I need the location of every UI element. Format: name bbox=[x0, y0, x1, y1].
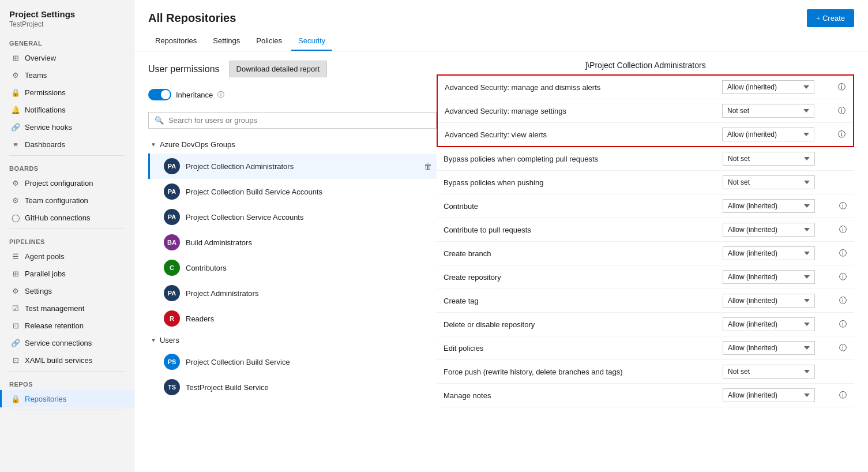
sidebar-item-dashboards[interactable]: ≡Dashboards bbox=[0, 136, 134, 153]
dashboards-icon: ≡ bbox=[11, 140, 20, 149]
permission-select[interactable]: Not setAllowAllow (inherited)DenyDeny (i… bbox=[723, 175, 815, 189]
permission-name: Edit policies bbox=[437, 336, 716, 360]
sidebar-item-label-parallel-jobs: Parallel jobs bbox=[25, 269, 66, 278]
permission-name: Advanced Security: view alerts bbox=[437, 123, 715, 147]
permission-select[interactable]: Not setAllowAllow (inherited)DenyDeny (i… bbox=[723, 317, 815, 331]
download-report-button[interactable]: Download detailed report bbox=[229, 61, 328, 77]
sidebar-item-release-retention[interactable]: ⊡Release retention bbox=[0, 317, 134, 334]
permission-select[interactable]: Not setAllowAllow (inherited)DenyDeny (i… bbox=[723, 270, 815, 284]
sidebar-item-notifications[interactable]: 🔔Notifications bbox=[0, 101, 134, 118]
service-connections-icon: 🔗 bbox=[11, 338, 20, 347]
sidebar-item-agent-pools[interactable]: ☰Agent pools bbox=[0, 248, 134, 265]
permission-select[interactable]: Not setAllowAllow (inherited)DenyDeny (i… bbox=[722, 128, 814, 141]
sidebar-item-project-configuration[interactable]: ⚙Project configuration bbox=[0, 174, 134, 192]
permission-info[interactable]: ⓘ bbox=[831, 194, 854, 218]
sidebar-item-service-hooks[interactable]: 🔗Service hooks bbox=[0, 118, 134, 136]
permission-info[interactable]: ⓘ bbox=[831, 336, 854, 360]
user-item-tbs[interactable]: TSTestProject Build Service bbox=[148, 374, 437, 400]
group-item-contributors[interactable]: CContributors bbox=[148, 255, 437, 280]
permission-info[interactable]: ⓘ bbox=[831, 384, 854, 407]
permission-value-cell: Not setAllowAllow (inherited)DenyDeny (i… bbox=[716, 218, 831, 242]
team-configuration-icon: ⚙ bbox=[11, 196, 20, 205]
users-label: Users bbox=[160, 336, 179, 344]
left-panel: User permissions Download detailed repor… bbox=[148, 61, 437, 463]
group-item-ba[interactable]: BABuild Administrators bbox=[148, 230, 437, 255]
tab-repositories[interactable]: Repositories bbox=[148, 32, 204, 51]
sidebar-section-boards: Boards bbox=[0, 158, 134, 174]
avatar: PA bbox=[164, 209, 180, 225]
permission-value-cell: Not setAllowAllow (inherited)DenyDeny (i… bbox=[716, 336, 831, 360]
permission-select[interactable]: Not setAllowAllow (inherited)DenyDeny (i… bbox=[722, 104, 814, 118]
permission-value-cell: Not setAllowAllow (inherited)DenyDeny (i… bbox=[716, 171, 831, 194]
users-header[interactable]: ▼ Users bbox=[148, 331, 437, 349]
group-name: Build Administrators bbox=[186, 238, 432, 247]
permission-value-cell: Not setAllowAllow (inherited)DenyDeny (i… bbox=[715, 75, 831, 99]
sidebar-item-test-management[interactable]: ☑Test management bbox=[0, 299, 134, 317]
delete-icon[interactable]: 🗑 bbox=[424, 162, 432, 171]
permission-select[interactable]: Not setAllowAllow (inherited)DenyDeny (i… bbox=[723, 388, 815, 402]
permission-info[interactable]: ⓘ bbox=[831, 265, 854, 289]
permission-value-cell: Not setAllowAllow (inherited)DenyDeny (i… bbox=[716, 242, 831, 265]
sidebar-item-github-connections[interactable]: ◯GitHub connections bbox=[0, 209, 134, 226]
permission-name: Force push (rewrite history, delete bran… bbox=[437, 360, 716, 384]
group-name: Readers bbox=[186, 314, 432, 323]
content-area: User permissions Download detailed repor… bbox=[134, 51, 868, 472]
sidebar-item-parallel-jobs[interactable]: ⊞Parallel jobs bbox=[0, 265, 134, 282]
tab-settings[interactable]: Settings bbox=[206, 32, 247, 51]
right-panel: ]\Project Collection Administrators Adva… bbox=[437, 61, 854, 463]
sidebar-item-label-permissions: Permissions bbox=[25, 88, 66, 97]
search-input[interactable] bbox=[168, 116, 430, 125]
avatar: C bbox=[164, 260, 180, 276]
permission-select[interactable]: Not setAllowAllow (inherited)DenyDeny (i… bbox=[723, 152, 815, 166]
sidebar-item-team-configuration[interactable]: ⚙Team configuration bbox=[0, 192, 134, 209]
permission-info[interactable] bbox=[831, 147, 854, 171]
sidebar-item-permissions[interactable]: 🔒Permissions bbox=[0, 84, 134, 101]
sidebar-item-overview[interactable]: ⊞Overview bbox=[0, 49, 134, 66]
permission-select[interactable]: Not setAllowAllow (inherited)DenyDeny (i… bbox=[723, 365, 815, 379]
tab-security[interactable]: Security bbox=[291, 32, 332, 51]
permission-info[interactable]: ⓘ bbox=[831, 75, 854, 99]
permission-select[interactable]: Not setAllowAllow (inherited)DenyDeny (i… bbox=[723, 294, 815, 308]
sidebar-section-pipelines: Pipelines bbox=[0, 231, 134, 248]
sidebar-item-label-notifications: Notifications bbox=[25, 106, 66, 114]
permission-info[interactable]: ⓘ bbox=[831, 123, 854, 147]
group-item-readers[interactable]: RReaders bbox=[148, 306, 437, 331]
permission-select[interactable]: Not setAllowAllow (inherited)DenyDeny (i… bbox=[723, 341, 815, 355]
permission-name: Manage notes bbox=[437, 384, 716, 407]
permission-select[interactable]: Not setAllowAllow (inherited)DenyDeny (i… bbox=[723, 199, 815, 213]
permission-info[interactable]: ⓘ bbox=[831, 99, 854, 123]
permission-info[interactable]: ⓘ bbox=[831, 242, 854, 265]
inheritance-info-icon[interactable]: ⓘ bbox=[217, 90, 224, 100]
user-item-pcbs[interactable]: PSProject Collection Build Service bbox=[148, 349, 437, 374]
group-name: Project Collection Administrators bbox=[186, 162, 418, 171]
sidebar-divider bbox=[9, 410, 125, 410]
sidebar-item-service-connections[interactable]: 🔗Service connections bbox=[0, 334, 134, 351]
permission-info[interactable]: ⓘ bbox=[831, 218, 854, 242]
table-row: Bypass policies when completing pull req… bbox=[437, 147, 854, 171]
group-item-pa[interactable]: PAProject Administrators bbox=[148, 280, 437, 306]
permission-select[interactable]: Not setAllowAllow (inherited)DenyDeny (i… bbox=[723, 246, 815, 260]
group-item-pcbsa[interactable]: PAProject Collection Build Service Accou… bbox=[148, 179, 437, 204]
permission-info[interactable] bbox=[831, 171, 854, 194]
tab-policies[interactable]: Policies bbox=[249, 32, 289, 51]
sidebar-item-label-release-retention: Release retention bbox=[25, 321, 84, 330]
table-row: Create tagNot setAllowAllow (inherited)D… bbox=[437, 289, 854, 313]
sidebar-item-xaml-build-services[interactable]: ⊡XAML build services bbox=[0, 351, 134, 369]
sidebar-item-repositories[interactable]: 🔒Repositories bbox=[0, 390, 134, 407]
right-panel-header: ]\Project Collection Administrators bbox=[437, 61, 854, 70]
sidebar-item-label-teams: Teams bbox=[25, 71, 47, 80]
sidebar-item-settings[interactable]: ⚙Settings bbox=[0, 282, 134, 299]
create-button[interactable]: + Create bbox=[807, 9, 854, 27]
permission-name: Advanced Security: manage and dismiss al… bbox=[437, 75, 715, 99]
permission-select[interactable]: Not setAllowAllow (inherited)DenyDeny (i… bbox=[722, 80, 814, 94]
permission-info[interactable]: ⓘ bbox=[831, 289, 854, 313]
inheritance-toggle[interactable] bbox=[148, 89, 171, 100]
permission-info[interactable] bbox=[831, 360, 854, 384]
permission-select[interactable]: Not setAllowAllow (inherited)DenyDeny (i… bbox=[723, 223, 815, 237]
sidebar-item-teams[interactable]: ⚙Teams bbox=[0, 66, 134, 84]
group-item-pca[interactable]: PAProject Collection Administrators🗑 bbox=[148, 153, 437, 179]
azure-devops-groups-header[interactable]: ▼ Azure DevOps Groups bbox=[148, 136, 437, 153]
permission-info[interactable]: ⓘ bbox=[831, 313, 854, 336]
group-item-pcsa[interactable]: PAProject Collection Service Accounts bbox=[148, 204, 437, 230]
table-row: Create repositoryNot setAllowAllow (inhe… bbox=[437, 265, 854, 289]
